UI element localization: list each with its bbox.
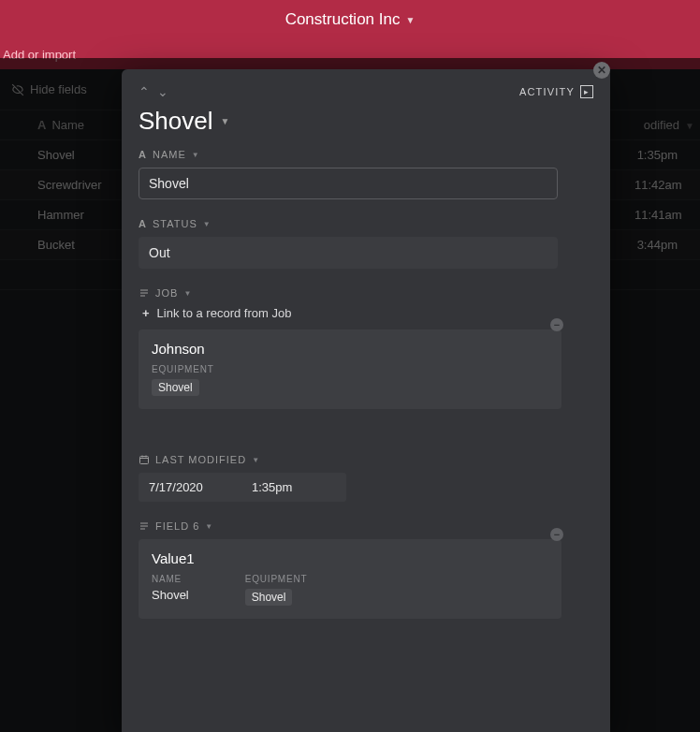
close-button[interactable]: ✕ (593, 62, 610, 79)
close-icon: ✕ (597, 64, 606, 77)
hide-fields-label: Hide fields (30, 82, 87, 96)
chevron-down-icon: ▼ (192, 151, 200, 159)
link-record-text: Link to a record from Job (157, 306, 292, 320)
chevron-down-icon: ▼ (221, 116, 230, 126)
remove-link-button[interactable]: − (550, 318, 563, 331)
chevron-down-icon: ▼ (405, 15, 415, 25)
workspace-title: Construction Inc (285, 10, 401, 29)
field-6: FIELD 6 ▼ − Value1 NAME Shovel EQUIPMENT… (122, 520, 610, 637)
cell-time: 11:41am (634, 208, 700, 222)
field-last-modified: LAST MODIFIED ▼ 7/17/2020 1:35pm (122, 435, 610, 520)
name-input[interactable] (139, 168, 558, 199)
remove-link-button[interactable]: − (550, 528, 563, 541)
field-status: A STATUS ▼ (122, 218, 610, 287)
chevron-down-icon: ▼ (685, 120, 694, 130)
cell-time: 3:44pm (634, 238, 700, 252)
field-label-status-text: STATUS (153, 218, 197, 229)
activity-label: ACTIVITY (519, 86, 575, 97)
linked-record-title: Johnson (152, 341, 548, 357)
chevron-down-icon: ▼ (183, 289, 192, 298)
hide-fields-button[interactable]: Hide fields (11, 82, 87, 96)
app-header: Construction Inc ▼ (0, 0, 700, 39)
panel-nav: ⌃ ⌄ ACTIVITY ▸ (122, 69, 610, 103)
clock-icon (139, 454, 150, 465)
record-title-text: Shovel (139, 107, 213, 136)
link-field-icon (139, 520, 150, 532)
field-label-job[interactable]: JOB ▼ (139, 287, 593, 299)
chevron-down-icon: ▼ (252, 456, 260, 464)
card-name-value: Shovel (152, 588, 189, 602)
record-detail-scroll[interactable]: ⌃ ⌄ ACTIVITY ▸ Shovel ▼ A NAME ▼ A (122, 69, 610, 732)
text-field-icon: A (139, 149, 147, 160)
text-field-icon: A (37, 118, 46, 132)
field-label-lastmod-text: LAST MODIFIED (155, 454, 246, 465)
activity-toggle[interactable]: ACTIVITY ▸ (519, 85, 593, 98)
record-title[interactable]: Shovel ▼ (122, 103, 610, 149)
field-job: JOB ▼ + Link to a record from Job − John… (122, 287, 610, 435)
cell-time: 11:42am (634, 178, 700, 192)
status-input[interactable] (139, 237, 558, 269)
workspace-switcher[interactable]: Construction Inc ▼ (285, 10, 416, 29)
field-name: A NAME ▼ (122, 149, 610, 218)
cell-time: 1:35pm (634, 148, 700, 162)
field-label-field6-text: FIELD 6 (155, 520, 199, 532)
field-label-job-text: JOB (155, 287, 178, 299)
svg-rect-0 (140, 457, 149, 464)
linked-record-title: Value1 (152, 550, 548, 566)
prev-record-button[interactable]: ⌃ (139, 84, 150, 99)
record-detail-panel: ⌃ ⌄ ACTIVITY ▸ Shovel ▼ A NAME ▼ A (122, 69, 610, 732)
chevron-down-icon: ▼ (203, 220, 211, 228)
card-equipment-chip: Shovel (245, 589, 293, 606)
lastmod-date[interactable]: 7/17/2020 (139, 473, 241, 502)
plus-icon: + (142, 306, 150, 320)
eye-off-icon (11, 83, 24, 96)
next-record-button[interactable]: ⌄ (157, 84, 168, 99)
field-label-field6[interactable]: FIELD 6 ▼ (139, 520, 593, 532)
field-label-name-text: NAME (153, 149, 186, 160)
chevron-down-icon: ▼ (205, 522, 213, 531)
link-record-button[interactable]: + Link to a record from Job (139, 306, 593, 320)
add-or-import-button[interactable]: Add or import (3, 48, 76, 62)
column-header-name-label: Name (51, 118, 84, 132)
field-label-name[interactable]: A NAME ▼ (139, 149, 593, 160)
linked-record-chip: Shovel (152, 379, 199, 396)
column-header-lastmod-label: odified (644, 118, 679, 132)
lastmod-time[interactable]: 1:35pm (241, 473, 346, 502)
card-equipment-label: EQUIPMENT (245, 574, 308, 584)
linked-record-card[interactable]: − Value1 NAME Shovel EQUIPMENT Shovel (139, 539, 561, 619)
field-label-lastmod[interactable]: LAST MODIFIED ▼ (139, 454, 593, 465)
link-field-icon (139, 287, 150, 299)
expand-icon: ▸ (580, 85, 593, 98)
linked-record-card[interactable]: − Johnson EQUIPMENT Shovel (139, 329, 561, 409)
card-name-label: NAME (152, 574, 189, 584)
linked-record-sublabel: EQUIPMENT (152, 364, 548, 374)
field-label-status[interactable]: A STATUS ▼ (139, 218, 593, 229)
text-field-icon: A (139, 218, 147, 229)
